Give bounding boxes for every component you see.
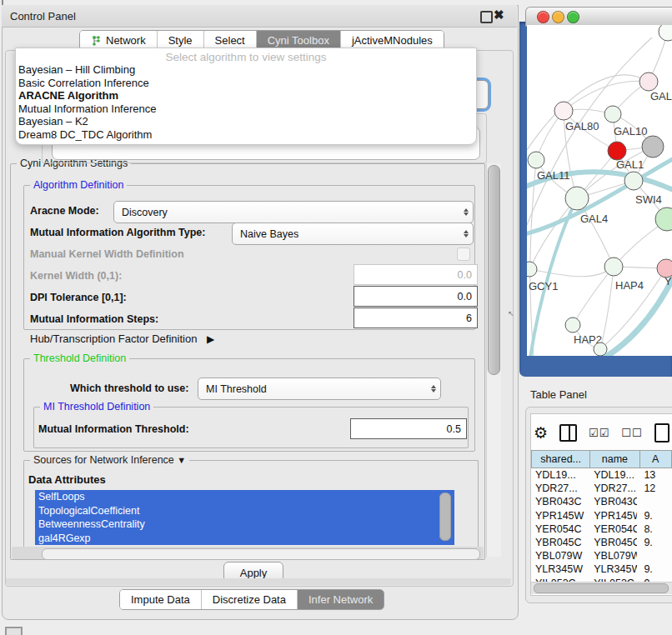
tab-label: Cyni Toolbox [268, 34, 329, 47]
table-cell: YDL19... [587, 469, 637, 481]
aracne-mode-value: Discovery [114, 207, 459, 218]
document-icon[interactable] [654, 423, 669, 442]
table-row[interactable]: YBR045CYBR045C9. [531, 536, 672, 549]
close-traffic-light-icon[interactable] [537, 11, 549, 23]
list-scrollbar-thumb[interactable] [439, 492, 451, 541]
control-panel-titlebar[interactable] [2, 5, 517, 28]
bottom-tab-discretize-data[interactable]: Discretize Data [202, 590, 298, 609]
network-edge[interactable] [564, 81, 649, 111]
network-node-gal4[interactable] [565, 187, 589, 210]
aracne-mode-combobox[interactable]: Discovery [113, 201, 474, 223]
minimize-traffic-light-icon[interactable] [552, 11, 564, 23]
gear-icon[interactable]: ⚙ [534, 425, 548, 441]
float-window-icon[interactable] [480, 11, 493, 23]
bottom-tab-infer-network[interactable]: Infer Network [298, 590, 384, 609]
settings-hscrollbar-thumb[interactable] [42, 548, 480, 560]
table-row[interactable]: YPR145WYPR145W9. [531, 509, 672, 522]
data-attribute-item-selected[interactable]: TopologicalCoefficient [35, 504, 454, 518]
network-node-swi4[interactable] [624, 172, 643, 190]
network-node-gcy1[interactable] [527, 262, 537, 277]
dpi-tolerance-label: DPI Tolerance [0,1]: [30, 292, 127, 303]
which-threshold-combobox[interactable]: MI Threshold [198, 378, 441, 400]
algorithm-option[interactable]: Mutual Information Inference [16, 102, 476, 116]
table-row[interactable]: YBR043CYBR043C [531, 495, 672, 508]
table-row[interactable]: YBL079WYBL079W [531, 549, 672, 562]
network-node[interactable] [642, 136, 664, 158]
kernel-width-input[interactable]: 0.0 [354, 264, 478, 285]
table-row[interactable]: YLR345WYLR345W9. [531, 562, 672, 576]
table-hscrollbar-thumb[interactable] [534, 583, 669, 593]
network-node[interactable] [594, 342, 607, 356]
network-node-gal1[interactable] [608, 142, 626, 160]
network-node-gal[interactable] [639, 72, 658, 91]
close-icon[interactable]: ✖ [494, 8, 504, 22]
table-cell: YER054C [531, 523, 587, 535]
network-node-hap4[interactable] [604, 258, 623, 276]
sources-group-title: Sources for Network Inference ▼ [30, 454, 189, 466]
tab-label: jActiveMNodules [352, 34, 433, 47]
tab-label: Network [106, 34, 146, 47]
network-edge[interactable] [600, 267, 614, 349]
table-cell: YBR045C [531, 537, 587, 548]
table-row[interactable]: YDR27...YDR27...12 [531, 482, 672, 495]
chevron-right-icon[interactable]: ▶ [207, 333, 214, 345]
data-attribute-item-selected[interactable]: gal4RGexp [35, 532, 454, 545]
network-node[interactable] [655, 208, 672, 231]
column-header-3[interactable]: A [640, 450, 672, 468]
bottom-tab-impute-data[interactable]: Impute Data [120, 590, 202, 609]
chevron-down-icon[interactable]: ▼ [177, 455, 186, 465]
network-node-gal11[interactable] [528, 152, 544, 168]
table-row[interactable]: YER054CYER054C8. [531, 522, 672, 536]
data-attributes-label: Data Attributes [28, 473, 106, 486]
checked-pair-icon[interactable]: ☑☑ [589, 427, 609, 439]
columns-icon[interactable] [559, 424, 577, 442]
manual-kernel-width-checkbox[interactable] [457, 248, 470, 261]
mi-algorithm-type-combobox[interactable]: Naive Bayes [232, 222, 474, 245]
algorithm-option[interactable]: ARACNE Algorithm [16, 89, 476, 102]
network-window-titlebar[interactable] [525, 7, 672, 27]
algorithm-option[interactable]: Basic Correlation Inference [16, 77, 476, 90]
column-header-2[interactable]: name [590, 450, 639, 468]
aracne-mode-label: Aracne Mode: [30, 205, 99, 217]
algorithm-option[interactable]: Bayesian – K2 [16, 115, 476, 128]
network-edge[interactable] [529, 267, 614, 277]
threshold-definition-title: Threshold Definition [30, 352, 129, 364]
dpi-tolerance-input[interactable]: 0.0 [354, 286, 478, 307]
hub-definition-toggle[interactable]: Hub/Transcription Factor Definition ▶ [30, 332, 214, 345]
data-attribute-item-selected[interactable]: SelfLoops [35, 490, 454, 504]
node-label: GCY1 [529, 280, 558, 292]
unchecked-pair-icon[interactable]: ☐☐ [621, 427, 642, 439]
algorithm-option[interactable]: Dream8 DC_TDC Algorithm [16, 128, 476, 142]
table-panel-toolbar: ⚙ ☑☑ ☐☐ [534, 419, 672, 446]
mi-steps-input[interactable]: 6 [354, 308, 478, 328]
zoom-traffic-light-icon[interactable] [567, 11, 579, 23]
node-label: HAP4 [615, 279, 644, 292]
column-header-1[interactable]: shared... [531, 450, 590, 468]
splitter-handle[interactable]: ↖ [508, 309, 514, 318]
network-view-canvas[interactable]: GALGAL80GAL10GAL1GAL11SWI4GAL4GCY1YHAP4H… [527, 25, 672, 356]
network-node-hap2[interactable] [565, 318, 580, 332]
table-cell: YPR145W [531, 510, 587, 522]
tab-label: Style [168, 34, 193, 47]
settings-vscrollbar-thumb[interactable] [488, 165, 500, 375]
data-attribute-item-selected[interactable]: BetweennessCentrality [35, 518, 454, 532]
table-cell: YBR043C [531, 496, 587, 508]
network-node-gal10[interactable] [604, 106, 621, 122]
data-attributes-list[interactable]: SelfLoopsTopologicalCoefficientBetweenne… [35, 490, 454, 545]
table-cell: 9. [637, 537, 672, 548]
which-threshold-label: Which threshold to use: [70, 382, 188, 394]
algorithm-dropdown-popup: Select algorithm to view settings Bayesi… [15, 48, 477, 145]
network-node-gal80[interactable] [554, 102, 573, 120]
table-cell: YBL079W [587, 550, 637, 562]
application-root: Control Panel ✖ NetworkStyleSelectCyni T… [0, 0, 672, 635]
node-label: SWI4 [635, 193, 662, 206]
collapsed-panel-icon[interactable] [5, 627, 23, 635]
network-node[interactable] [659, 25, 672, 41]
algorithm-option[interactable]: Bayesian – Hill Climbing [16, 63, 476, 77]
network-icon [91, 35, 102, 47]
manual-kernel-width-label: Manual Kernel Width Definition [30, 248, 184, 260]
mi-threshold-group-title: MI Threshold Definition [40, 401, 153, 412]
table-row[interactable]: YDL19...YDL19...13 [531, 468, 672, 482]
node-label: Y [664, 275, 672, 288]
mi-threshold-input[interactable]: 0.5 [350, 418, 467, 439]
